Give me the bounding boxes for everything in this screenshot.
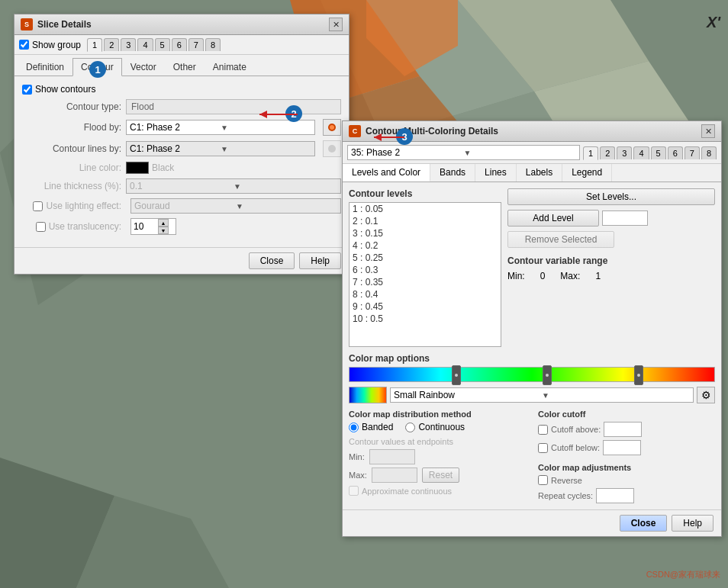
color-map-settings-btn[interactable]: ⚙ [697, 387, 715, 403]
slice-tab-num-3[interactable]: 3 [121, 38, 136, 51]
show-group-row: Show group 1 2 3 4 5 6 7 8 [14, 35, 349, 55]
gradient-bar[interactable] [349, 367, 715, 382]
repeat-input[interactable]: 1 [596, 488, 634, 503]
contour-tab-num-4[interactable]: 4 [633, 146, 649, 159]
slice-tab-num-1[interactable]: 1 [87, 38, 102, 52]
level-3[interactable]: 3 : 0.15 [350, 227, 501, 239]
contour-help-btn[interactable]: Help [672, 515, 714, 532]
contour-levels-list[interactable]: 1 : 0.05 2 : 0.1 3 : 0.15 4 : 0.2 5 : 0.… [349, 202, 501, 347]
use-lighting-row: Use lighting effect: Gouraud ▼ [22, 198, 341, 214]
cutoff-above-input[interactable]: 0.75 [604, 422, 642, 437]
level-5[interactable]: 5 : 0.25 [350, 252, 501, 264]
contour-tab-num-5[interactable]: 5 [651, 146, 666, 159]
translucency-up-btn[interactable]: ▲ [158, 219, 169, 227]
banded-radio[interactable] [349, 423, 359, 432]
reset-btn[interactable]: Reset [422, 468, 459, 483]
level-1[interactable]: 1 : 0.05 [350, 203, 501, 215]
use-lighting-select[interactable]: Gouraud ▼ [130, 198, 341, 214]
use-lighting-label: Use lighting effect: [46, 201, 121, 211]
show-contours-checkbox[interactable] [22, 85, 32, 95]
show-group-checkbox[interactable] [19, 40, 29, 50]
contour-max-value: 1 [595, 271, 601, 281]
slice-tab-num-8[interactable]: 8 [205, 38, 221, 51]
tab-vector[interactable]: Vector [122, 58, 165, 76]
contour-tab-num-3[interactable]: 3 [617, 146, 632, 159]
level-4[interactable]: 4 : 0.2 [350, 239, 501, 252]
cutoff-below-checkbox[interactable] [538, 443, 548, 453]
slice-close-x[interactable]: ✕ [329, 18, 343, 31]
flood-by-select[interactable]: C1: Phase 2 ▼ [126, 120, 315, 135]
tab-definition[interactable]: Definition [18, 58, 72, 76]
contour-close-x[interactable]: ✕ [701, 124, 715, 138]
adjustments-header: Color map adjustments [538, 463, 715, 472]
max-endpoint-input[interactable]: 1 [372, 468, 417, 483]
color-map-select[interactable]: Small Rainbow ▼ [390, 387, 694, 403]
color-map-selector-row: Small Rainbow ▼ ⚙ [349, 387, 715, 403]
distribution-header: Color map distribution method [349, 410, 526, 419]
contour-min-value: 0 [540, 271, 546, 281]
translucency-spinbox[interactable]: ▲ ▼ [130, 218, 176, 235]
contour-var-range-section: Contour variable range Min: 0 Max: 1 [507, 255, 715, 281]
flood-by-label: Flood by: [22, 122, 121, 133]
translucency-input[interactable] [131, 220, 158, 233]
level-9[interactable]: 9 : 0.45 [350, 300, 501, 313]
contour-tab-num-1[interactable]: 1 [583, 146, 598, 160]
panel-tab-legend[interactable]: Legend [562, 164, 612, 182]
slice-titlebar: S Slice Details ✕ [14, 14, 349, 35]
translucency-down-btn[interactable]: ▼ [158, 227, 169, 234]
reverse-checkbox[interactable] [538, 475, 548, 485]
level-8[interactable]: 8 : 0.4 [350, 288, 501, 300]
cutoff-above-checkbox[interactable] [538, 425, 548, 435]
contour-var-select[interactable]: 35: Phase 2 ▼ [347, 145, 580, 160]
continuous-label: Continuous [418, 422, 465, 432]
min-endpoint-input[interactable]: 0 [369, 449, 415, 464]
approx-checkbox[interactable] [349, 486, 359, 496]
level-6[interactable]: 6 : 0.3 [350, 264, 501, 276]
continuous-option[interactable]: Continuous [405, 422, 465, 432]
slice-help-btn[interactable]: Help [299, 252, 341, 269]
line-color-swatch[interactable] [126, 162, 149, 174]
remove-selected-btn[interactable]: Remove Selected [507, 231, 614, 248]
banded-option[interactable]: Banded [349, 422, 393, 432]
contour-tab-num-6[interactable]: 6 [668, 146, 683, 159]
cutoff-below-input[interactable]: 0.25 [603, 440, 641, 455]
gradient-handle-1[interactable] [452, 365, 461, 385]
level-7[interactable]: 7 : 0.35 [350, 276, 501, 288]
flood-by-icon-btn[interactable] [323, 119, 341, 136]
level-2[interactable]: 2 : 0.1 [350, 215, 501, 227]
set-levels-btn[interactable]: Set Levels... [507, 188, 715, 205]
panel-tab-levels[interactable]: Levels and Color [343, 164, 430, 182]
slice-tab-num-7[interactable]: 7 [188, 38, 204, 51]
slice-tab-num-2[interactable]: 2 [104, 38, 119, 51]
tab-other[interactable]: Other [165, 58, 205, 76]
panel-tab-lines[interactable]: Lines [475, 164, 517, 182]
contour-close-btn[interactable]: Close [620, 515, 668, 532]
slice-tab-num-6[interactable]: 6 [172, 38, 187, 51]
level-10[interactable]: 10 : 0.5 [350, 313, 501, 325]
slice-close-btn[interactable]: Close [249, 252, 295, 269]
gradient-handle-3[interactable] [634, 365, 643, 385]
use-lighting-checkbox[interactable] [33, 201, 43, 211]
contour-lines-arrow: ▼ [221, 145, 311, 153]
reverse-label: Reverse [551, 476, 582, 485]
use-translucency-label: Use translucency: [49, 221, 121, 232]
add-level-input[interactable]: 0 [602, 210, 648, 226]
continuous-radio[interactable] [405, 423, 415, 432]
contour-tab-num-2[interactable]: 2 [600, 146, 615, 159]
contour-type-value: Flood [126, 99, 341, 114]
contour-lines-icon-btn[interactable] [323, 140, 341, 157]
contour-tab-num-7[interactable]: 7 [685, 146, 700, 159]
gradient-handle-2[interactable] [543, 365, 552, 385]
line-thickness-select[interactable]: 0.1 ▼ [126, 178, 341, 194]
panel-tab-bands[interactable]: Bands [430, 164, 475, 182]
contour-tab-num-8[interactable]: 8 [701, 146, 717, 159]
contour-lines-select[interactable]: C1: Phase 2 ▼ [126, 141, 315, 156]
tab-animate[interactable]: Animate [205, 58, 255, 76]
slice-tab-num-4[interactable]: 4 [137, 38, 153, 51]
add-level-btn[interactable]: Add Level [507, 210, 599, 227]
color-map-header: Color map options [349, 353, 715, 364]
badge-1: 1 [89, 61, 106, 78]
use-translucency-checkbox[interactable] [36, 222, 46, 232]
panel-tab-labels[interactable]: Labels [517, 164, 562, 182]
slice-tab-num-5[interactable]: 5 [155, 38, 170, 51]
